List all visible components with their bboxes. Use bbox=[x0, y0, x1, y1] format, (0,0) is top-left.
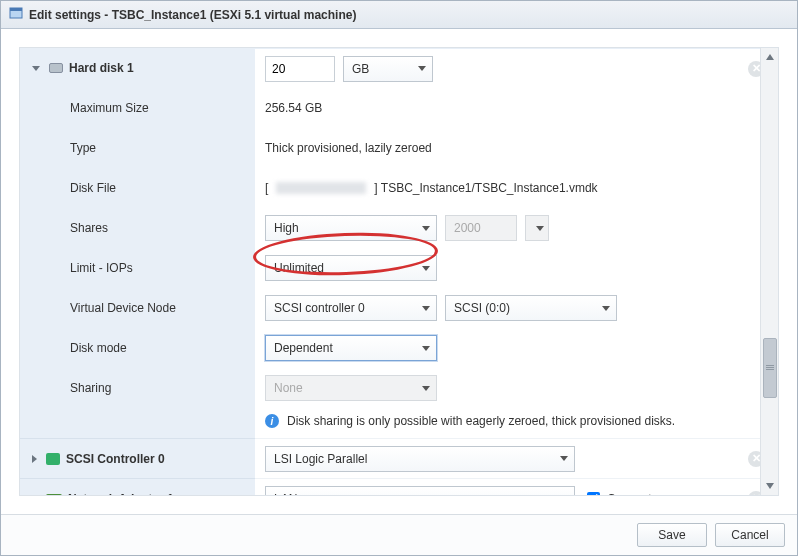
caret-icon bbox=[422, 226, 430, 231]
caret-icon bbox=[422, 266, 430, 271]
shares-value-label: 2000 bbox=[454, 221, 481, 235]
chevron-right-icon bbox=[32, 455, 37, 463]
chevron-right-icon bbox=[32, 495, 37, 496]
network-cell: LAN Connect ✕ bbox=[255, 478, 778, 495]
vdn-slot-label: SCSI (0:0) bbox=[454, 301, 510, 315]
datastore-redacted bbox=[276, 182, 366, 194]
iops-limit-select[interactable]: Unlimited bbox=[265, 255, 437, 281]
connect-label: Connect bbox=[607, 492, 652, 496]
cancel-button[interactable]: Cancel bbox=[715, 523, 785, 547]
sharing-cell: None bbox=[255, 368, 778, 408]
vertical-scrollbar[interactable] bbox=[760, 48, 778, 495]
network-value-label: LAN bbox=[274, 492, 297, 496]
iops-value-label: Unlimited bbox=[274, 261, 324, 275]
settings-panel: Hard disk 1 GB ✕ Maximum Size bbox=[19, 47, 779, 496]
connect-checkbox[interactable] bbox=[587, 492, 600, 495]
scsi-type-label: LSI Logic Parallel bbox=[274, 452, 367, 466]
vdn-label: Virtual Device Node bbox=[20, 288, 255, 328]
shares-label: Shares bbox=[20, 208, 255, 248]
window-title: Edit settings - TSBC_Instance1 (ESXi 5.1… bbox=[29, 8, 356, 22]
iops-cell: Unlimited bbox=[255, 248, 778, 288]
disk-mode-cell: Dependent bbox=[255, 328, 778, 368]
scsi-controller-icon bbox=[46, 453, 60, 465]
disk-size-unit-label: GB bbox=[352, 62, 369, 76]
max-size-value: 256.54 GB bbox=[255, 88, 778, 128]
disk-size-unit-select[interactable]: GB bbox=[343, 56, 433, 82]
caret-icon bbox=[560, 456, 568, 461]
vdn-cell: SCSI controller 0 SCSI (0:0) bbox=[255, 288, 778, 328]
network-header[interactable]: Network Adapter 1 bbox=[20, 478, 255, 495]
shares-level-select[interactable]: High bbox=[265, 215, 437, 241]
title-bar: Edit settings - TSBC_Instance1 (ESXi 5.1… bbox=[1, 1, 797, 29]
scsi-cell: LSI Logic Parallel ✕ bbox=[255, 438, 778, 478]
type-label: Type bbox=[20, 128, 255, 168]
disk-mode-select[interactable]: Dependent bbox=[265, 335, 437, 361]
sharing-info-row: i Disk sharing is only possible with eag… bbox=[255, 408, 778, 438]
scsi-type-select[interactable]: LSI Logic Parallel bbox=[265, 446, 575, 472]
scroll-thumb[interactable] bbox=[763, 338, 777, 398]
settings-grid: Hard disk 1 GB ✕ Maximum Size bbox=[20, 48, 778, 495]
info-icon: i bbox=[265, 414, 279, 428]
chevron-down-icon bbox=[32, 66, 40, 71]
scsi-label: SCSI Controller 0 bbox=[66, 452, 165, 466]
shares-level-label: High bbox=[274, 221, 299, 235]
sharing-value-label: None bbox=[274, 381, 303, 395]
window-icon bbox=[9, 6, 23, 23]
dialog-footer: Save Cancel bbox=[1, 514, 797, 555]
disk-mode-label: Disk mode bbox=[20, 328, 255, 368]
sharing-select: None bbox=[265, 375, 437, 401]
svg-rect-1 bbox=[10, 8, 22, 11]
save-button[interactable]: Save bbox=[637, 523, 707, 547]
sharing-info-text: Disk sharing is only possible with eager… bbox=[287, 414, 675, 428]
disk-mode-value-label: Dependent bbox=[274, 341, 333, 355]
scroll-down-button[interactable] bbox=[761, 477, 778, 495]
edit-settings-dialog: Edit settings - TSBC_Instance1 (ESXi 5.1… bbox=[0, 0, 798, 556]
caret-icon bbox=[422, 346, 430, 351]
disk-file-value: [] TSBC_Instance1/TSBC_Instance1.vmdk bbox=[255, 168, 778, 208]
caret-icon bbox=[602, 306, 610, 311]
shares-value-spinner bbox=[525, 215, 549, 241]
hard-disk-header[interactable]: Hard disk 1 bbox=[20, 48, 255, 88]
shares-cell: High 2000 bbox=[255, 208, 778, 248]
content-area: Hard disk 1 GB ✕ Maximum Size bbox=[1, 29, 797, 514]
sharing-label: Sharing bbox=[20, 368, 255, 408]
caret-icon bbox=[418, 66, 426, 71]
max-size-label: Maximum Size bbox=[20, 88, 255, 128]
disk-file-label: Disk File bbox=[20, 168, 255, 208]
hard-disk-size-cell: GB ✕ bbox=[255, 48, 778, 88]
network-select[interactable]: LAN bbox=[265, 486, 575, 496]
disk-size-input[interactable] bbox=[265, 56, 335, 82]
connect-checkbox-wrap[interactable]: Connect bbox=[583, 489, 652, 495]
network-label: Network Adapter 1 bbox=[68, 492, 174, 496]
vdn-controller-select[interactable]: SCSI controller 0 bbox=[265, 295, 437, 321]
network-adapter-icon bbox=[46, 494, 62, 496]
scroll-up-button[interactable] bbox=[761, 48, 778, 66]
caret-icon bbox=[422, 386, 430, 391]
type-value: Thick provisioned, lazily zeroed bbox=[255, 128, 778, 168]
iops-label: Limit - IOPs bbox=[20, 248, 255, 288]
caret-icon bbox=[422, 306, 430, 311]
scsi-header[interactable]: SCSI Controller 0 bbox=[20, 438, 255, 478]
caret-icon bbox=[536, 226, 544, 231]
shares-value-select: 2000 bbox=[445, 215, 517, 241]
vdn-slot-select[interactable]: SCSI (0:0) bbox=[445, 295, 617, 321]
hard-disk-label: Hard disk 1 bbox=[69, 61, 134, 75]
vdn-controller-label: SCSI controller 0 bbox=[274, 301, 365, 315]
hard-disk-icon bbox=[49, 63, 63, 73]
